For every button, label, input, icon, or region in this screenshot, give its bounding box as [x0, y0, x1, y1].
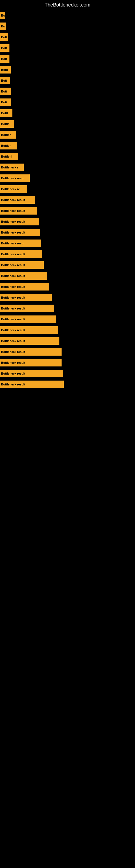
bar: Bottleneck result: [0, 315, 56, 323]
bar-row: Bottleneck result: [0, 194, 135, 205]
bar: Bottleneck result: [0, 250, 42, 258]
bar: Bott: [0, 44, 9, 52]
bar: Bottleneck result: [0, 305, 54, 312]
bar-label: Bottleneck result: [1, 383, 25, 386]
bar-row: Bottleneck result: [0, 227, 135, 238]
bar-row: Bottleneck resu: [0, 173, 135, 184]
bar-row: Bottleneck result: [0, 249, 135, 259]
bar-row: Bott: [0, 32, 135, 42]
bar: Bottleneck result: [0, 337, 59, 345]
bar-row: Bottleneck result: [0, 368, 135, 379]
bar: Bottleneck result: [0, 196, 35, 204]
bar-row: Bottlen: [0, 129, 135, 140]
bar-label: Bottler: [1, 144, 10, 147]
bar: Bottleneck result: [0, 261, 44, 269]
bar: Bottleneck resu: [0, 240, 41, 247]
bar-row: Bottleneck result: [0, 281, 135, 292]
bar-label: Bott: [1, 46, 7, 50]
bar: Bottleneck result: [0, 326, 58, 334]
bar-row: Bottleneck result: [0, 357, 135, 368]
bar-label: Bottleneck result: [1, 198, 25, 202]
bar-row: Bottleneck result: [0, 314, 135, 325]
bar-row: Bott: [0, 42, 135, 54]
bar: Bottlen: [0, 131, 16, 138]
bar-row: Bottleneck result: [0, 259, 135, 271]
bar-label: Bottlen: [1, 133, 11, 136]
bar-row: Bottleneck resu: [0, 238, 135, 249]
bar: Bottleneck result: [0, 229, 40, 236]
bar: Bott: [0, 55, 9, 63]
bar-label: Bottlenl: [1, 155, 12, 158]
bar: Bottleneck re: [0, 185, 27, 193]
bar-row: Bo: [0, 10, 135, 21]
bar-row: Bo: [0, 21, 135, 32]
bar-label: Bottleneck re: [1, 187, 20, 191]
bar: Bottleneck result: [0, 207, 37, 215]
bar: Bottler: [0, 142, 17, 150]
bar-label: Bottleneck result: [1, 296, 25, 299]
bar: Bott: [0, 98, 11, 106]
bar: Bottleneck result: [0, 294, 52, 301]
bar-label: Bottleneck result: [1, 329, 25, 332]
bar-label: Bottl: [1, 68, 8, 71]
bar-label: Bottleneck result: [1, 252, 25, 256]
bar-label: Bottleneck result: [1, 274, 25, 278]
bar: Bottleneck result: [0, 370, 63, 377]
bar: Bottleneck result: [0, 218, 39, 225]
bar: Bott: [0, 33, 8, 41]
bar-row: Bottleneck r: [0, 162, 135, 173]
bar-row: Bott: [0, 75, 135, 86]
bar-label: Bo: [1, 14, 5, 17]
bar: Bottleneck result: [0, 380, 64, 388]
bar: Bottleneck result: [0, 283, 49, 290]
bar: Bottleneck result: [0, 359, 61, 367]
bar-row: Bottl: [0, 108, 135, 119]
bar-label: Bottleneck resu: [1, 242, 24, 245]
bar-label: Bottleneck result: [1, 285, 25, 288]
bar-row: Bottleneck result: [0, 205, 135, 216]
bar-label: Bottleneck resu: [1, 177, 24, 180]
bar-label: Bottl: [1, 112, 8, 115]
bar-label: Bottleneck result: [1, 350, 25, 353]
bar-row: Bott: [0, 86, 135, 97]
title: TheBottlenecker.com: [0, 0, 135, 10]
bar-label: Bott: [1, 57, 7, 61]
bar-label: Bottleneck result: [1, 372, 25, 375]
bar-row: Bottleneck result: [0, 271, 135, 281]
bar-row: Bottleneck result: [0, 379, 135, 390]
bar-label: Bottleneck r: [1, 166, 18, 169]
bar-label: Bo: [1, 25, 5, 28]
bar-row: Bott: [0, 54, 135, 64]
bar-label: Bott: [1, 35, 7, 39]
bar: Bottle: [0, 120, 14, 128]
bar-row: Bottleneck re: [0, 184, 135, 194]
bar-label: Bottleneck result: [1, 231, 25, 234]
bar-label: Bottleneck result: [1, 220, 25, 223]
bar: Bottleneck result: [0, 272, 47, 280]
bar: Bo: [0, 23, 6, 30]
bar-label: Bott: [1, 101, 7, 104]
bar-row: Bottl: [0, 64, 135, 75]
bar: Bo: [0, 12, 5, 19]
bar-label: Bottle: [1, 122, 9, 126]
bar: Bottl: [0, 109, 12, 117]
bar-label: Bottleneck result: [1, 318, 25, 321]
bar-label: Bottleneck result: [1, 307, 25, 310]
bar-row: Bottle: [0, 119, 135, 129]
bar-label: Bottleneck result: [1, 361, 25, 364]
bar-row: Bottleneck result: [0, 346, 135, 357]
bar: Bott: [0, 77, 10, 84]
bar: Bottleneck result: [0, 348, 61, 355]
bar: Bottl: [0, 66, 11, 73]
bar-row: Bott: [0, 97, 135, 108]
bar-row: Bottleneck result: [0, 336, 135, 346]
bar: Bott: [0, 88, 11, 95]
bar-row: Bottleneck result: [0, 216, 135, 227]
bar-label: Bottleneck result: [1, 209, 25, 212]
bar-row: Bottleneck result: [0, 292, 135, 303]
bar-label: Bottleneck result: [1, 339, 25, 343]
bar-label: Bott: [1, 79, 7, 82]
bar-row: Bottleneck result: [0, 303, 135, 314]
bar-row: Bottlenl: [0, 151, 135, 162]
bar-row: Bottleneck result: [0, 325, 135, 336]
